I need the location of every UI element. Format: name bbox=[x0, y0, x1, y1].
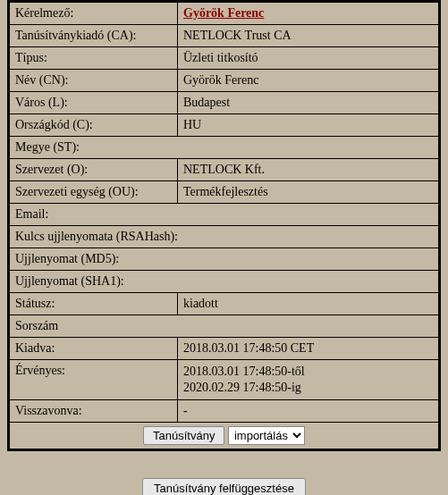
org-label: Szervezet (O): bbox=[10, 159, 178, 181]
table-row: Státusz: kiadott bbox=[10, 293, 439, 315]
action-select[interactable]: importálás bbox=[228, 426, 305, 445]
action-cell: Tanúsítvány importálás bbox=[10, 423, 439, 449]
table-row: Ujjlenyomat (MD5): bbox=[10, 248, 439, 271]
cn-label: Név (CN): bbox=[10, 70, 178, 92]
issuer-label: Tanúsítványkiadó (CA): bbox=[10, 25, 178, 47]
table-row: Email: bbox=[10, 204, 439, 226]
requester-link[interactable]: Györök Ferenc bbox=[183, 6, 264, 20]
serial-label: Sorszám bbox=[10, 315, 439, 338]
certificate-details-frame: Kérelmező: Györök Ferenc Tanúsítványkiad… bbox=[7, 0, 441, 451]
issuer-value: NETLOCK Trust CA bbox=[178, 25, 439, 47]
table-row: Ujjlenyomat (SHA1): bbox=[10, 271, 439, 293]
country-label: Országkód (C): bbox=[10, 114, 178, 137]
table-row: Név (CN): Györök Ferenc bbox=[10, 70, 439, 92]
valid-to: 2020.02.29 17:48:50-ig bbox=[183, 381, 301, 394]
table-row: Kiadva: 2018.03.01 17:48:50 CET bbox=[10, 338, 439, 360]
country-value: HU bbox=[178, 114, 439, 137]
cn-value: Györök Ferenc bbox=[178, 70, 439, 92]
city-value: Budapest bbox=[178, 92, 439, 114]
revoked-value: - bbox=[178, 400, 439, 423]
suspend-area: Tanúsítvány felfüggesztése bbox=[0, 478, 448, 495]
type-label: Típus: bbox=[10, 47, 178, 70]
table-row: Város (L): Budapest bbox=[10, 92, 439, 114]
table-row: Sorszám bbox=[10, 315, 439, 338]
org-value: NETLOCK Kft. bbox=[178, 159, 439, 181]
state-label: Megye (ST): bbox=[10, 137, 439, 159]
orgunit-value: Termékfejlesztés bbox=[178, 181, 439, 204]
table-row: Kulcs ujjlenyomata (RSAHash): bbox=[10, 226, 439, 248]
city-label: Város (L): bbox=[10, 92, 178, 114]
type-value: Üzleti titkosító bbox=[178, 47, 439, 70]
table-row: Szervezeti egység (OU): Termékfejlesztés bbox=[10, 181, 439, 204]
table-row: Visszavonva: - bbox=[10, 400, 439, 423]
valid-label: Érvényes: bbox=[10, 360, 178, 400]
status-value: kiadott bbox=[178, 293, 439, 315]
status-label: Státusz: bbox=[10, 293, 178, 315]
valid-from: 2018.03.01 17:48:50-től bbox=[183, 365, 305, 378]
email-label: Email: bbox=[10, 204, 439, 226]
md5-label: Ujjlenyomat (MD5): bbox=[10, 248, 439, 271]
table-row: Kérelmező: Györök Ferenc bbox=[10, 3, 439, 25]
rsahash-label: Kulcs ujjlenyomata (RSAHash): bbox=[10, 226, 439, 248]
revoked-label: Visszavonva: bbox=[10, 400, 178, 423]
table-row: Szervezet (O): NETLOCK Kft. bbox=[10, 159, 439, 181]
table-row: Típus: Üzleti titkosító bbox=[10, 47, 439, 70]
valid-value: 2018.03.01 17:48:50-től 2020.02.29 17:48… bbox=[178, 360, 439, 400]
certificate-details-table: Kérelmező: Györök Ferenc Tanúsítványkiad… bbox=[9, 2, 439, 449]
suspend-certificate-button[interactable]: Tanúsítvány felfüggesztése bbox=[142, 478, 306, 495]
orgunit-label: Szervezeti egység (OU): bbox=[10, 181, 178, 204]
table-row: Érvényes: 2018.03.01 17:48:50-től 2020.0… bbox=[10, 360, 439, 400]
table-row: Tanúsítvány importálás bbox=[10, 423, 439, 449]
table-row: Megye (ST): bbox=[10, 137, 439, 159]
issued-value: 2018.03.01 17:48:50 CET bbox=[178, 338, 439, 360]
requester-label: Kérelmező: bbox=[10, 3, 178, 25]
sha1-label: Ujjlenyomat (SHA1): bbox=[10, 271, 439, 293]
issued-label: Kiadva: bbox=[10, 338, 178, 360]
table-row: Országkód (C): HU bbox=[10, 114, 439, 137]
table-row: Tanúsítványkiadó (CA): NETLOCK Trust CA bbox=[10, 25, 439, 47]
certificate-button[interactable]: Tanúsítvány bbox=[143, 426, 224, 445]
